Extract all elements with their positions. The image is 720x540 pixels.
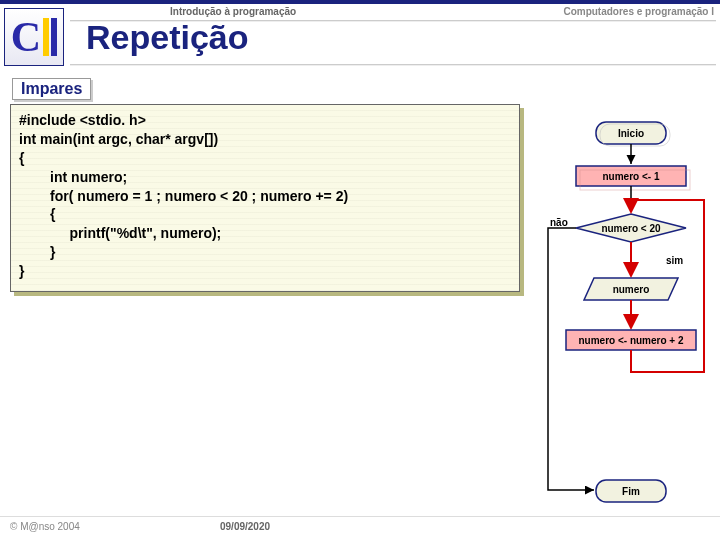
flow-start: Inicio — [618, 128, 644, 139]
code-box: #include <stdio. h> int main(int argc, c… — [10, 104, 520, 292]
flow-no-label: não — [550, 217, 568, 228]
code-text: #include <stdio. h> int main(int argc, c… — [19, 111, 511, 281]
logo-bar-blue — [51, 18, 57, 56]
logo-letter: C — [11, 16, 41, 58]
footer-copyright: © M@nso 2004 — [10, 521, 80, 532]
divider-bottom — [70, 64, 716, 66]
flow-init: numero <- 1 — [603, 171, 660, 182]
top-bar: Introdução à programação Computadores e … — [0, 0, 720, 18]
flow-print: numero — [613, 284, 650, 295]
logo-bar-yellow — [43, 18, 49, 56]
flow-yes-label: sim — [666, 255, 683, 266]
page-title: Repetição — [86, 18, 249, 57]
flow-cond: numero < 20 — [601, 223, 661, 234]
footer: © M@nso 2004 09/09/2020 — [0, 516, 720, 536]
header-right: Computadores e programação I — [563, 6, 714, 17]
footer-date: 09/09/2020 — [220, 521, 270, 532]
header-left: Introdução à programação — [170, 6, 296, 17]
flowchart: Inicio numero <- 1 numero < 20 não sim n… — [544, 120, 712, 520]
logo: C — [4, 8, 64, 66]
section-label: Impares — [12, 78, 91, 100]
flow-incr: numero <- numero + 2 — [578, 335, 683, 346]
flow-end: Fim — [622, 486, 640, 497]
